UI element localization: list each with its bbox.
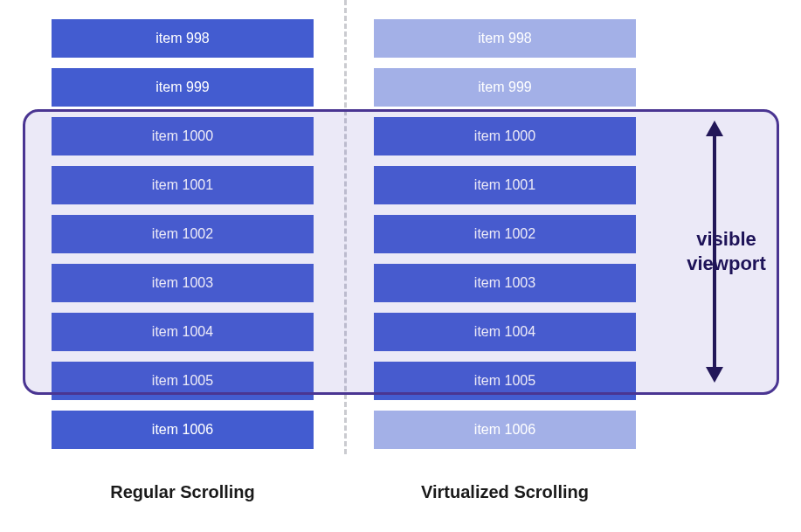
virtualized-scrolling-caption: Virtualized Scrolling (374, 482, 636, 502)
list-item: item 1005 (374, 362, 636, 400)
diagram-canvas: item 998 item 999 item 1000 item 1001 it… (0, 0, 801, 532)
list-item: item 1002 (52, 215, 314, 253)
regular-scrolling-column: item 998 item 999 item 1000 item 1001 it… (52, 19, 314, 449)
viewport-label: visible viewport (676, 227, 777, 275)
list-item: item 1004 (52, 313, 314, 351)
list-item-unrendered: item 1006 (374, 411, 636, 449)
column-divider (344, 0, 347, 454)
list-item: item 1001 (374, 166, 636, 204)
list-item: item 1004 (374, 313, 636, 351)
list-item: item 1006 (52, 411, 314, 449)
list-item: item 1005 (52, 362, 314, 400)
viewport-label-line1: visible (696, 228, 756, 250)
list-item: item 1002 (374, 215, 636, 253)
list-item-unrendered: item 999 (374, 68, 636, 107)
arrow-down-icon (706, 367, 723, 383)
regular-scrolling-caption: Regular Scrolling (52, 482, 314, 502)
list-item: item 1003 (52, 264, 314, 302)
list-item: item 1000 (374, 117, 636, 155)
list-item: item 1003 (374, 264, 636, 302)
virtualized-scrolling-column: item 998 item 999 item 1000 item 1001 it… (374, 19, 636, 449)
list-item: item 998 (52, 19, 314, 58)
list-item-unrendered: item 998 (374, 19, 636, 58)
list-item: item 1001 (52, 166, 314, 204)
viewport-label-line2: viewport (687, 252, 765, 274)
list-item: item 1000 (52, 117, 314, 155)
list-item: item 999 (52, 68, 314, 107)
